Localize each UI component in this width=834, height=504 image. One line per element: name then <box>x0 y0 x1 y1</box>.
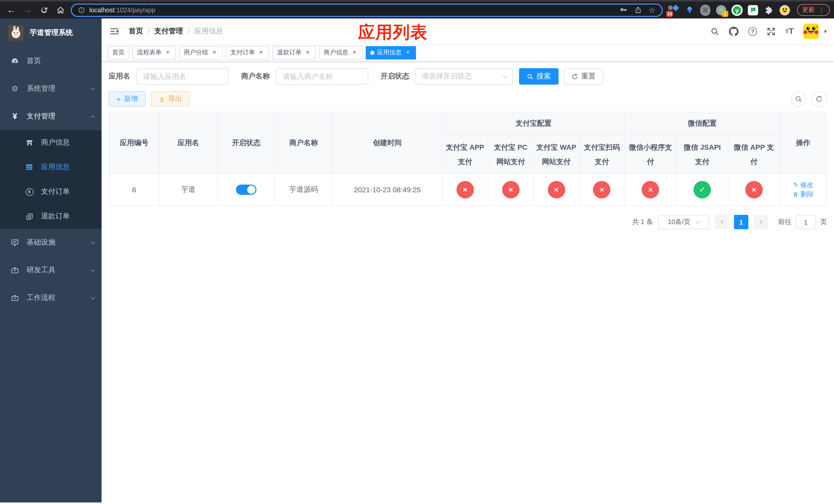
tab-app-info[interactable]: 应用信息× <box>366 46 416 59</box>
back-icon[interactable]: ← <box>4 3 19 17</box>
plus-icon: + <box>116 95 121 103</box>
close-icon[interactable]: × <box>304 49 311 56</box>
tab-user-group[interactable]: 用户分组× <box>179 46 223 59</box>
alipay-wap-status-icon: × <box>548 181 565 198</box>
header-search-icon[interactable] <box>710 27 719 36</box>
close-icon[interactable]: × <box>351 49 358 56</box>
sidebar-collapse-icon[interactable] <box>109 26 120 37</box>
extensions-puzzle-icon[interactable] <box>763 4 774 16</box>
status-select[interactable]: 请选择开启状态 <box>415 68 513 85</box>
browser-update-button[interactable]: 更新 ⋮ <box>797 4 830 16</box>
github-icon[interactable] <box>729 26 739 36</box>
sidebar-item-payment[interactable]: ¥ 支付管理 <box>0 102 102 130</box>
sidebar-item-infrastructure[interactable]: 基础设施 <box>0 229 102 256</box>
chevron-down-icon <box>91 267 95 272</box>
enabled-toggle[interactable] <box>236 184 257 194</box>
bookmark-star-icon[interactable]: ☆ <box>649 5 656 15</box>
col-actions: 操作 <box>780 112 827 174</box>
page-size-select[interactable]: 10条/页 <box>658 215 709 229</box>
goto-page-input[interactable] <box>795 215 816 229</box>
total-count: 共 1 条 <box>632 217 653 227</box>
current-page-button[interactable]: 1 <box>734 215 748 229</box>
site-info-icon[interactable] <box>78 6 85 14</box>
extension-recorder-icon[interactable]: 1 <box>716 4 727 16</box>
search-button[interactable]: 搜索 <box>519 68 558 85</box>
next-page-button[interactable] <box>753 215 768 229</box>
tab-process-form[interactable]: 流程表单× <box>132 46 176 59</box>
delete-button[interactable]: 删除 <box>793 189 814 199</box>
extension-gem-icon[interactable] <box>684 4 695 16</box>
home-icon[interactable] <box>53 3 68 17</box>
close-icon[interactable]: × <box>164 49 171 56</box>
sidebar-item-app-info[interactable]: 应用信息 <box>0 155 102 180</box>
edit-button[interactable]: ✎修改 <box>793 180 813 189</box>
sidebar-logo[interactable]: 芋道管理系统 <box>0 19 102 47</box>
toggle-search-button[interactable] <box>791 91 806 107</box>
extension-yudao-icon[interactable]: y <box>731 4 743 16</box>
font-size-icon[interactable]: TT <box>785 27 794 36</box>
col-alipay-qr: 支付宝扫码支付 <box>579 135 625 174</box>
col-app-name: 应用名 <box>159 112 218 174</box>
export-button[interactable]: 导出 <box>151 91 190 107</box>
col-created: 创建时间 <box>332 112 442 174</box>
password-key-icon[interactable] <box>619 6 627 14</box>
alipay-app-status-icon: × <box>456 181 474 198</box>
tab-merchant-info[interactable]: 商户信息× <box>319 46 363 59</box>
refresh-button[interactable] <box>811 91 827 107</box>
reload-icon[interactable] <box>37 3 51 17</box>
breadcrumb-current: 应用信息 <box>194 27 223 36</box>
breadcrumb-payment[interactable]: 支付管理 <box>154 27 183 36</box>
browser-extensions: 10 ⌘ 1 y 更新 ⋮ <box>668 4 830 16</box>
sidebar-item-home[interactable]: 首页 <box>0 47 102 75</box>
col-alipay-pc: 支付宝 PC 网站支付 <box>488 135 533 174</box>
close-icon[interactable]: × <box>258 49 265 56</box>
url-bar[interactable]: localhost:1024/pay/app ☆ <box>71 3 663 17</box>
user-avatar[interactable] <box>804 24 819 39</box>
tab-refund-order[interactable]: 退款订单× <box>272 46 316 59</box>
app-name-input[interactable] <box>136 68 229 85</box>
merchant-name-label: 商户名称 <box>241 72 270 81</box>
tab-pay-order[interactable]: 支付订单× <box>226 46 269 59</box>
col-wx-mini: 微信小程序支付 <box>625 135 677 174</box>
add-button[interactable]: + 新增 <box>109 91 146 107</box>
sidebar-item-workflow[interactable]: 工作流程 <box>0 284 102 312</box>
screen: ← → localhost:1024/pay/app ☆ <box>0 0 834 504</box>
yen-icon: ¥ <box>10 112 20 121</box>
sidebar-item-pay-order[interactable]: ¥ 支付订单 <box>0 180 102 204</box>
group-alipay-config: 支付宝配置 <box>442 112 624 135</box>
extension-grid-icon[interactable]: 10 <box>668 4 679 16</box>
avatar-caret-icon[interactable]: ▾ <box>824 28 827 35</box>
sidebar-item-system[interactable]: ⚙ 系统管理 <box>0 75 102 102</box>
browser-menu-icon[interactable]: ⋮ <box>818 6 825 14</box>
tab-home[interactable]: 首页 <box>108 46 129 59</box>
help-icon[interactable]: ? <box>748 27 757 36</box>
col-wx-jsapi: 微信 JSAPI 支付 <box>676 135 728 174</box>
col-wx-app: 微信 APP 支付 <box>728 135 780 174</box>
gear-icon: ⚙ <box>10 84 20 93</box>
sidebar-item-dev-tools[interactable]: 研发工具 <box>0 256 102 284</box>
col-status: 开启状态 <box>218 112 275 174</box>
reset-button[interactable]: 重置 <box>564 68 603 85</box>
col-alipay-app: 支付宝 APP 支付 <box>442 135 488 174</box>
app-title: 芋道管理系统 <box>30 28 73 38</box>
breadcrumb-home[interactable]: 首页 <box>129 27 143 36</box>
chevron-down-icon <box>91 295 95 299</box>
merchant-name-input[interactable] <box>276 68 368 85</box>
sidebar-item-refund-order[interactable]: 退款订单 <box>0 204 102 229</box>
extension-command-icon[interactable]: ⌘ <box>700 4 711 16</box>
forward-icon[interactable]: → <box>21 3 35 17</box>
trash-icon <box>793 191 799 197</box>
share-icon[interactable] <box>634 6 641 14</box>
prev-page-button[interactable] <box>715 215 729 229</box>
sidebar-item-merchant-info[interactable]: 商户信息 <box>0 130 102 155</box>
fullscreen-icon[interactable] <box>767 27 775 36</box>
close-icon[interactable]: × <box>404 49 411 56</box>
extension-chat-icon[interactable] <box>747 4 759 16</box>
profile-avatar[interactable] <box>779 4 790 16</box>
close-icon[interactable]: × <box>211 49 218 56</box>
wx-jsapi-status-icon: ✓ <box>694 181 711 198</box>
app-name-label: 应用名 <box>109 72 130 81</box>
chevron-down-icon <box>696 219 700 224</box>
chevron-down-icon <box>91 86 95 90</box>
dashboard-icon <box>10 57 20 65</box>
